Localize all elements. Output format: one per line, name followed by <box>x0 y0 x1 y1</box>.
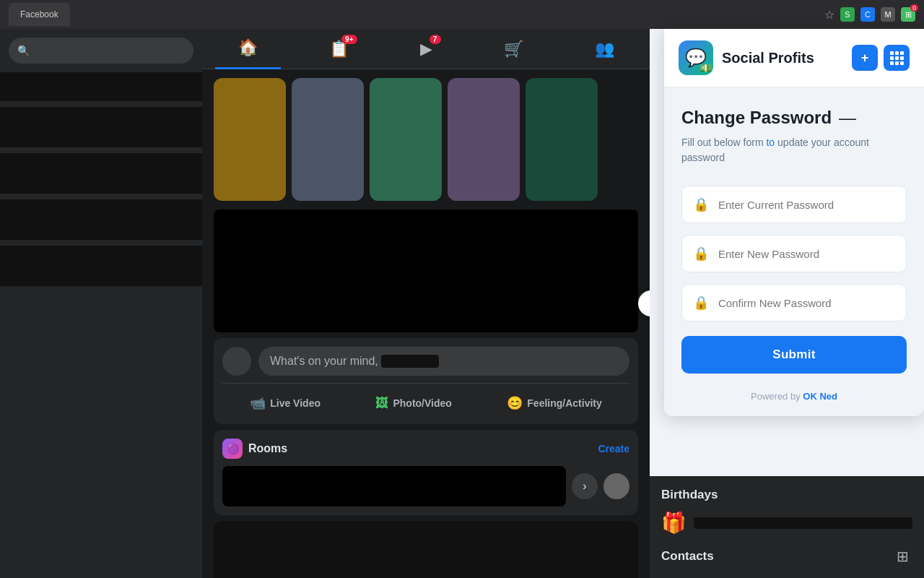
ext-add-button[interactable]: + <box>852 45 878 71</box>
rooms-next-arrow[interactable]: › <box>572 473 598 499</box>
extension-icon-multi[interactable]: M <box>881 7 895 22</box>
username-placeholder <box>381 355 439 368</box>
birthday-icon: 🎁 <box>661 511 687 535</box>
sidebar-item-bar-2 <box>0 153 202 194</box>
desc-link[interactable]: to <box>766 137 775 148</box>
ext-body: Change Password — Fill out below form to… <box>664 87 924 416</box>
powered-by: Powered by OK Ned <box>681 391 907 402</box>
rooms-avatar <box>603 473 629 499</box>
current-password-input[interactable] <box>681 186 907 223</box>
user-avatar <box>222 347 251 376</box>
nav-home[interactable]: 🏠 <box>215 29 281 69</box>
post-box: What's on your mind, 📹 Live Video 🖼 Phot… <box>214 338 638 424</box>
new-password-input[interactable] <box>681 235 907 272</box>
browser-tab[interactable]: Facebook <box>9 3 70 26</box>
create-room-link[interactable]: Create <box>598 443 629 454</box>
live-video-action[interactable]: 📹 Live Video <box>241 391 329 415</box>
center-feed: 🏠 📋 9+ ▶ 7 🛒 👥 › <box>202 29 650 578</box>
sidebar-search[interactable]: 🔍 <box>9 38 193 64</box>
sidebar-item-bar-4 <box>0 246 202 286</box>
rooms-icon: 🟣 <box>222 439 243 459</box>
post-card <box>214 521 638 578</box>
rooms-title: 🟣 Rooms <box>222 439 287 459</box>
change-password-title: Change Password — <box>681 108 907 128</box>
add-contact-icon[interactable]: ⊞ <box>892 546 912 566</box>
store-icon: 🛒 <box>504 40 523 59</box>
feeling-action[interactable]: 😊 Feeling/Activity <box>498 391 610 415</box>
room-card[interactable] <box>222 466 566 506</box>
contacts-title: Contacts <box>661 549 714 564</box>
lock-icon-new: 🔒 <box>693 246 709 262</box>
browser-chrome: Facebook ☆ S C M 0 ⊞ <box>0 0 924 29</box>
photo-video-action[interactable]: 🖼 Photo/Video <box>367 391 460 415</box>
notification-badge: 9+ <box>341 35 357 44</box>
current-password-field: 🔒 <box>681 186 907 223</box>
stories-row: › <box>202 69 650 210</box>
rooms-section: 🟣 Rooms Create › <box>214 430 638 515</box>
story-card-4[interactable] <box>448 78 520 201</box>
rooms-content: › <box>222 466 629 506</box>
browser-toolbar-icons: ☆ S C M 0 ⊞ <box>824 7 915 22</box>
story-card-3[interactable] <box>370 78 442 201</box>
submit-button[interactable]: Submit <box>681 336 907 374</box>
story-card-2[interactable] <box>292 78 364 201</box>
post-actions: 📹 Live Video 🖼 Photo/Video 😊 Feeling/Act… <box>222 383 629 415</box>
rooms-header: 🟣 Rooms Create <box>222 439 629 459</box>
right-panel: Birthdays 🎁 Contacts ⊞ 💬 💵 <box>650 29 924 578</box>
birthday-row: 🎁 <box>661 511 912 535</box>
confirm-password-field: 🔒 <box>681 284 907 322</box>
main-layout: 🔍 🏠 📋 9+ ▶ 7 🛒 👥 <box>0 29 924 578</box>
birthday-name-bar <box>694 517 912 529</box>
ext-logo-row: 💬 💵 Social Profits <box>679 40 814 75</box>
nav-store[interactable]: 🛒 <box>481 29 546 69</box>
ext-grid-button[interactable] <box>884 45 910 71</box>
birthdays-title: Birthdays <box>661 488 912 502</box>
extension-icon-green[interactable]: S <box>840 7 855 22</box>
top-nav: 🏠 📋 9+ ▶ 7 🛒 👥 <box>202 29 650 69</box>
new-password-field: 🔒 <box>681 235 907 272</box>
video-badge: 7 <box>430 35 441 44</box>
left-sidebar: 🔍 <box>0 29 202 578</box>
live-video-icon: 📹 <box>250 395 266 411</box>
video-player[interactable] <box>214 210 638 332</box>
lock-icon-current: 🔒 <box>693 197 709 212</box>
extension-icon-badge[interactable]: 0 ⊞ <box>901 7 915 22</box>
extension-icon-blue[interactable]: C <box>860 7 875 22</box>
sidebar-profile-bar <box>0 72 202 101</box>
feeling-icon: 😊 <box>507 395 523 411</box>
nav-video[interactable]: ▶ 7 <box>397 29 456 69</box>
grid-icon <box>890 51 904 65</box>
sidebar-item-bar-1 <box>0 107 202 147</box>
ext-header-actions: + <box>852 45 910 71</box>
okned-link[interactable]: OK Ned <box>803 391 837 402</box>
nav-notifications[interactable]: 📋 9+ <box>306 29 372 69</box>
right-sidebar: Birthdays 🎁 Contacts ⊞ <box>650 476 924 578</box>
home-icon: 🏠 <box>238 38 258 57</box>
photo-icon: 🖼 <box>375 396 388 411</box>
nav-groups[interactable]: 👥 <box>572 29 637 69</box>
change-password-desc: Fill out below form to update your accou… <box>681 135 907 165</box>
post-input-row: What's on your mind, <box>222 347 629 376</box>
extension-popup: 💬 💵 Social Profits + <box>664 29 924 416</box>
contacts-row: Contacts ⊞ <box>661 546 912 566</box>
ext-header: 💬 💵 Social Profits + <box>664 29 924 87</box>
groups-icon: 👥 <box>595 40 614 59</box>
sidebar-item-bar-3 <box>0 199 202 240</box>
confirm-password-input[interactable] <box>681 284 907 322</box>
story-card-1[interactable] <box>214 78 286 201</box>
lock-icon-confirm: 🔒 <box>693 295 709 311</box>
bookmark-icon[interactable]: ☆ <box>824 8 834 22</box>
post-input[interactable]: What's on your mind, <box>258 347 629 376</box>
story-card-5[interactable] <box>526 78 598 201</box>
ext-title: Social Profits <box>722 50 814 66</box>
ext-logo: 💬 💵 <box>679 40 713 75</box>
